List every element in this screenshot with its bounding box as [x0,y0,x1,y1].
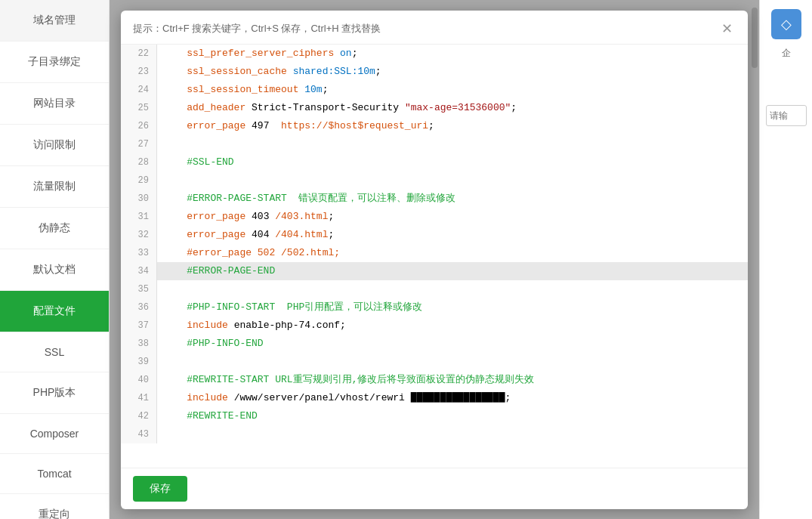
sidebar-item-webdir[interactable]: 网站目录 [0,83,109,125]
table-row: 37 include enable-php-74.conf; [121,317,748,335]
right-panel: ◇ 企 [759,0,812,519]
modal-hint: 提示：Ctrl+F 搜索关键字，Ctrl+S 保存，Ctrl+H 查找替换 [133,21,381,36]
line-number: 38 [121,335,157,353]
right-logo-icon: ◇ [771,9,801,39]
line-content: error_page 403 /403.html; [157,208,748,226]
line-content [157,353,748,371]
table-row: 40 #REWRITE-START URL重写规则引用,修改后将导致面板设置的伪… [121,371,748,389]
table-row: 43 [121,425,748,443]
line-content: include /www/server/panel/vhost/rewri ██… [157,389,748,407]
table-row: 28 #SSL-END [121,153,748,171]
line-number: 25 [121,99,157,117]
modal-footer: 保存 [121,468,748,509]
line-content: add_header Strict-Transport-Security "ma… [157,99,748,117]
table-row: 27 [121,135,748,153]
line-number: 33 [121,244,157,262]
table-row: 23 ssl_session_cache shared:SSL:10m; [121,63,748,81]
modal-overlay: 提示：Ctrl+F 搜索关键字，Ctrl+S 保存，Ctrl+H 查找替换 ✕ … [110,0,759,519]
line-content: #ERROR-PAGE-END [157,262,748,280]
sidebar-item-redirect[interactable]: 重定向 [0,494,109,519]
sidebar-item-rewrite[interactable]: 伪静态 [0,208,109,249]
line-content [157,135,748,153]
sidebar-item-ssl[interactable]: SSL [0,332,109,372]
line-number: 24 [121,81,157,99]
line-content: #PHP-INFO-START PHP引用配置，可以注释或修改 [157,298,748,317]
sidebar-item-composer[interactable]: Composer [0,414,109,454]
table-row: 42 #REWRITE-END [121,407,748,425]
table-row: 38 #PHP-INFO-END [121,335,748,353]
line-content: error_page 404 /404.html; [157,226,748,244]
sidebar-item-access[interactable]: 访问限制 [0,125,109,166]
sidebar: 域名管理 子目录绑定 网站目录 访问限制 流量限制 伪静态 默认文档 配置文件 … [0,0,110,519]
sidebar-item-subdir[interactable]: 子目录绑定 [0,42,109,83]
line-number: 23 [121,63,157,81]
line-content: ssl_prefer_server_ciphers on; [157,45,748,63]
modal-body: 22 ssl_prefer_server_ciphers on;23 ssl_s… [121,45,748,468]
line-number: 36 [121,298,157,317]
line-number: 42 [121,407,157,425]
table-row: 26 error_page 497 https://$host$request_… [121,117,748,135]
sidebar-item-default-doc[interactable]: 默认文档 [0,249,109,291]
line-number: 41 [121,389,157,407]
line-number: 37 [121,317,157,335]
line-number: 28 [121,153,157,171]
save-button[interactable]: 保存 [133,476,187,502]
table-row: 39 [121,353,748,371]
line-content: error_page 497 https://$host$request_uri… [157,117,748,135]
modal-header: 提示：Ctrl+F 搜索关键字，Ctrl+S 保存，Ctrl+H 查找替换 ✕ [121,11,748,45]
table-row: 41 include /www/server/panel/vhost/rewri… [121,389,748,407]
right-label: 企 [782,47,791,60]
line-number: 22 [121,45,157,63]
table-row: 31 error_page 403 /403.html; [121,208,748,226]
sidebar-item-traffic[interactable]: 流量限制 [0,166,109,208]
table-row: 36 #PHP-INFO-START PHP引用配置，可以注释或修改 [121,298,748,317]
table-row: 35 [121,280,748,298]
table-row: 29 [121,171,748,190]
line-content [157,425,748,443]
line-content [157,171,748,190]
table-row: 22 ssl_prefer_server_ciphers on; [121,45,748,63]
line-content: ssl_session_cache shared:SSL:10m; [157,63,748,81]
line-content: #REWRITE-START URL重写规则引用,修改后将导致面板设置的伪静态规… [157,371,748,389]
close-button[interactable]: ✕ [718,20,736,38]
sidebar-item-php[interactable]: PHP版本 [0,372,109,414]
line-number: 29 [121,171,157,190]
right-search-input[interactable] [766,105,807,126]
sidebar-item-tomcat[interactable]: Tomcat [0,454,109,494]
line-content: #REWRITE-END [157,407,748,425]
line-number: 32 [121,226,157,244]
line-number: 31 [121,208,157,226]
line-content: ssl_session_timeout 10m; [157,81,748,99]
line-number: 26 [121,117,157,135]
table-row: 25 add_header Strict-Transport-Security … [121,99,748,117]
table-row: 30 #ERROR-PAGE-START 错误页配置，可以注释、删除或修改 [121,190,748,208]
table-row: 24 ssl_session_timeout 10m; [121,81,748,99]
line-number: 43 [121,425,157,443]
line-number: 30 [121,190,157,208]
line-content: #error_page 502 /502.html; [157,244,748,262]
table-row: 34 #ERROR-PAGE-END [121,262,748,280]
line-number: 40 [121,371,157,389]
line-number: 27 [121,135,157,153]
line-content [157,280,748,298]
table-row: 33 #error_page 502 /502.html; [121,244,748,262]
line-content: #SSL-END [157,153,748,171]
code-editor[interactable]: 22 ssl_prefer_server_ciphers on;23 ssl_s… [121,45,748,468]
line-content: include enable-php-74.conf; [157,317,748,335]
sidebar-item-domain[interactable]: 域名管理 [0,0,109,42]
sidebar-item-config[interactable]: 配置文件 [0,291,109,332]
line-content: #ERROR-PAGE-START 错误页配置，可以注释、删除或修改 [157,190,748,208]
line-number: 39 [121,353,157,371]
line-number: 34 [121,262,157,280]
line-number: 35 [121,280,157,298]
table-row: 32 error_page 404 /404.html; [121,226,748,244]
line-content: #PHP-INFO-END [157,335,748,353]
config-modal: 提示：Ctrl+F 搜索关键字，Ctrl+S 保存，Ctrl+H 查找替换 ✕ … [121,11,748,509]
